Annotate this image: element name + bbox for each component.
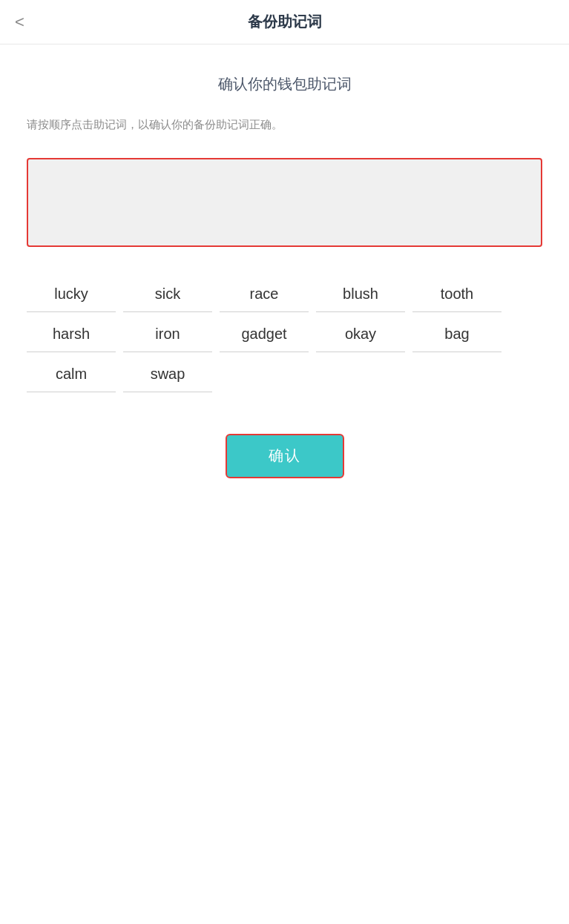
word-harsh[interactable]: harsh	[27, 317, 116, 352]
confirm-button[interactable]: 确认	[226, 434, 344, 478]
word-sick[interactable]: sick	[123, 277, 212, 312]
header: < 备份助记词	[0, 0, 569, 44]
word-list: lucky sick race blush tooth harsh iron g…	[27, 277, 542, 397]
word-iron[interactable]: iron	[123, 317, 212, 352]
section-title: 确认你的钱包助记词	[27, 74, 542, 94]
page-title: 备份助记词	[248, 12, 322, 32]
word-gadget[interactable]: gadget	[220, 317, 309, 352]
word-tooth[interactable]: tooth	[412, 277, 501, 312]
word-blush[interactable]: blush	[316, 277, 405, 312]
back-button[interactable]: <	[15, 14, 24, 30]
word-row-1: lucky sick race blush tooth	[27, 277, 542, 312]
confirm-button-wrapper: 确认	[27, 434, 542, 478]
word-bag[interactable]: bag	[412, 317, 501, 352]
word-race[interactable]: race	[220, 277, 309, 312]
word-okay[interactable]: okay	[316, 317, 405, 352]
word-swap[interactable]: swap	[123, 357, 212, 392]
main-content: 确认你的钱包助记词 请按顺序点击助记词，以确认你的备份助记词正确。 lucky …	[0, 44, 569, 508]
word-lucky[interactable]: lucky	[27, 277, 116, 312]
description-text: 请按顺序点击助记词，以确认你的备份助记词正确。	[27, 115, 542, 134]
selected-words-box	[27, 158, 542, 247]
word-calm[interactable]: calm	[27, 357, 116, 392]
word-row-2: harsh iron gadget okay bag	[27, 317, 542, 352]
word-row-3: calm swap	[27, 357, 542, 392]
